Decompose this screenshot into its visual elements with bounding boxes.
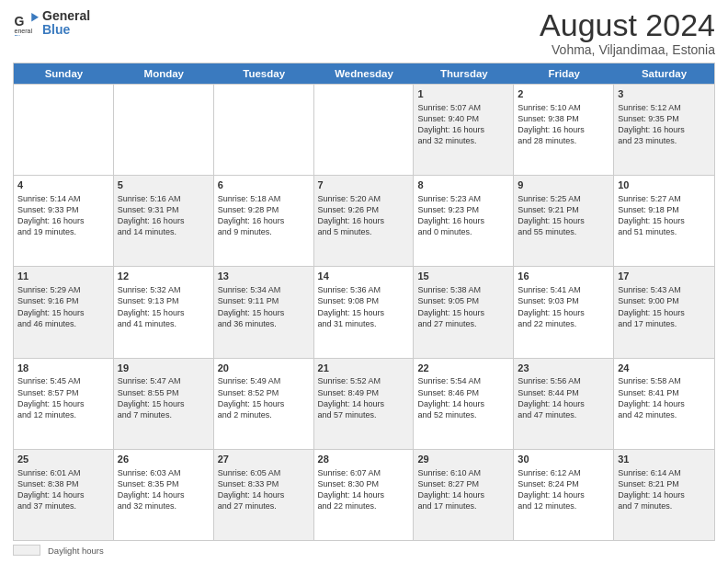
day-number: 2 bbox=[518, 87, 609, 101]
svg-text:Blue: Blue bbox=[15, 34, 28, 36]
cell-text: Sunrise: 5:58 AM Sunset: 8:41 PM Dayligh… bbox=[618, 375, 711, 420]
cal-cell: 24Sunrise: 5:58 AM Sunset: 8:41 PM Dayli… bbox=[614, 359, 714, 449]
cal-row-1: 4Sunrise: 5:14 AM Sunset: 9:33 PM Daylig… bbox=[14, 175, 714, 266]
month-title: August 2024 bbox=[540, 9, 715, 40]
cal-cell: 25Sunrise: 6:01 AM Sunset: 8:38 PM Dayli… bbox=[14, 450, 114, 540]
cell-text: Sunrise: 5:36 AM Sunset: 9:08 PM Dayligh… bbox=[318, 284, 410, 329]
cal-cell: 3Sunrise: 5:12 AM Sunset: 9:35 PM Daylig… bbox=[614, 85, 714, 175]
cell-text: Sunrise: 6:01 AM Sunset: 8:38 PM Dayligh… bbox=[17, 467, 109, 512]
cell-text: Sunrise: 5:10 AM Sunset: 9:38 PM Dayligh… bbox=[518, 102, 609, 147]
calendar-body: 1Sunrise: 5:07 AM Sunset: 9:40 PM Daylig… bbox=[14, 84, 714, 540]
cal-row-0: 1Sunrise: 5:07 AM Sunset: 9:40 PM Daylig… bbox=[14, 84, 714, 175]
day-number: 31 bbox=[618, 453, 711, 466]
cell-text: Sunrise: 6:03 AM Sunset: 8:35 PM Dayligh… bbox=[118, 467, 210, 512]
weekday-header-saturday: Saturday bbox=[614, 63, 714, 84]
cell-text: Sunrise: 5:23 AM Sunset: 9:23 PM Dayligh… bbox=[417, 193, 509, 238]
cal-cell: 28Sunrise: 6:07 AM Sunset: 8:30 PM Dayli… bbox=[314, 450, 415, 540]
cal-cell: 13Sunrise: 5:34 AM Sunset: 9:11 PM Dayli… bbox=[214, 267, 314, 357]
cell-text: Sunrise: 5:45 AM Sunset: 8:57 PM Dayligh… bbox=[17, 375, 109, 420]
cell-text: Sunrise: 5:12 AM Sunset: 9:35 PM Dayligh… bbox=[618, 102, 711, 147]
weekday-header-monday: Monday bbox=[114, 63, 214, 84]
cal-cell: 22Sunrise: 5:54 AM Sunset: 8:46 PM Dayli… bbox=[414, 359, 514, 449]
cell-text: Sunrise: 5:25 AM Sunset: 9:21 PM Dayligh… bbox=[518, 193, 609, 238]
day-number: 17 bbox=[618, 270, 711, 283]
day-number: 27 bbox=[218, 453, 310, 466]
cell-text: Sunrise: 5:47 AM Sunset: 8:55 PM Dayligh… bbox=[118, 375, 210, 420]
cell-text: Sunrise: 6:10 AM Sunset: 8:27 PM Dayligh… bbox=[417, 467, 509, 512]
day-number: 14 bbox=[318, 270, 410, 283]
day-number: 4 bbox=[17, 178, 109, 192]
day-number: 3 bbox=[618, 87, 711, 101]
logo-icon: G eneral Blue bbox=[13, 10, 39, 36]
cal-cell: 27Sunrise: 6:05 AM Sunset: 8:33 PM Dayli… bbox=[214, 450, 314, 540]
cal-cell: 30Sunrise: 6:12 AM Sunset: 8:24 PM Dayli… bbox=[514, 450, 614, 540]
cal-cell: 8Sunrise: 5:23 AM Sunset: 9:23 PM Daylig… bbox=[414, 176, 514, 266]
cal-cell: 9Sunrise: 5:25 AM Sunset: 9:21 PM Daylig… bbox=[514, 176, 614, 266]
header-right: August 2024 Vohma, Viljandimaa, Estonia bbox=[540, 9, 715, 57]
cal-cell: 29Sunrise: 6:10 AM Sunset: 8:27 PM Dayli… bbox=[414, 450, 514, 540]
cell-text: Sunrise: 5:14 AM Sunset: 9:33 PM Dayligh… bbox=[17, 193, 109, 238]
day-number: 12 bbox=[118, 270, 210, 283]
cell-text: Sunrise: 5:18 AM Sunset: 9:28 PM Dayligh… bbox=[218, 193, 310, 238]
cal-cell: 11Sunrise: 5:29 AM Sunset: 9:16 PM Dayli… bbox=[14, 267, 114, 357]
day-number: 7 bbox=[318, 178, 410, 192]
cal-cell: 31Sunrise: 6:14 AM Sunset: 8:21 PM Dayli… bbox=[614, 450, 714, 540]
logo-line1: General bbox=[42, 9, 90, 23]
cal-cell: 18Sunrise: 5:45 AM Sunset: 8:57 PM Dayli… bbox=[14, 359, 114, 449]
svg-text:eneral: eneral bbox=[15, 28, 33, 34]
day-number: 28 bbox=[318, 453, 410, 466]
top-section: G eneral Blue General Blue August 2024 V… bbox=[13, 9, 715, 57]
logo-line2: Blue bbox=[42, 23, 90, 37]
day-number: 6 bbox=[218, 178, 310, 192]
cal-row-3: 18Sunrise: 5:45 AM Sunset: 8:57 PM Dayli… bbox=[14, 358, 714, 449]
cal-cell: 2Sunrise: 5:10 AM Sunset: 9:38 PM Daylig… bbox=[514, 85, 614, 175]
day-number: 19 bbox=[118, 362, 210, 375]
day-number: 16 bbox=[518, 270, 609, 283]
cell-text: Sunrise: 5:52 AM Sunset: 8:49 PM Dayligh… bbox=[318, 375, 410, 420]
cal-cell bbox=[14, 85, 114, 175]
svg-text:G: G bbox=[15, 15, 25, 29]
weekday-header-tuesday: Tuesday bbox=[214, 63, 314, 84]
day-number: 13 bbox=[218, 270, 310, 283]
cell-text: Sunrise: 5:07 AM Sunset: 9:40 PM Dayligh… bbox=[417, 102, 509, 147]
location-title: Vohma, Viljandimaa, Estonia bbox=[540, 42, 715, 57]
day-number: 21 bbox=[318, 362, 410, 375]
cal-cell: 20Sunrise: 5:49 AM Sunset: 8:52 PM Dayli… bbox=[214, 359, 314, 449]
weekday-header-wednesday: Wednesday bbox=[314, 63, 415, 84]
page: G eneral Blue General Blue August 2024 V… bbox=[0, 0, 728, 563]
calendar: SundayMondayTuesdayWednesdayThursdayFrid… bbox=[13, 63, 715, 541]
cell-text: Sunrise: 5:29 AM Sunset: 9:16 PM Dayligh… bbox=[17, 284, 109, 329]
cal-cell: 19Sunrise: 5:47 AM Sunset: 8:55 PM Dayli… bbox=[114, 359, 214, 449]
day-number: 22 bbox=[417, 362, 509, 375]
cal-cell: 15Sunrise: 5:38 AM Sunset: 9:05 PM Dayli… bbox=[414, 267, 514, 357]
cell-text: Sunrise: 6:05 AM Sunset: 8:33 PM Dayligh… bbox=[218, 467, 310, 512]
cal-cell: 14Sunrise: 5:36 AM Sunset: 9:08 PM Dayli… bbox=[314, 267, 415, 357]
logo: G eneral Blue General Blue bbox=[13, 9, 90, 38]
cell-text: Sunrise: 5:56 AM Sunset: 8:44 PM Dayligh… bbox=[518, 375, 609, 420]
day-number: 8 bbox=[417, 178, 509, 192]
cal-cell: 6Sunrise: 5:18 AM Sunset: 9:28 PM Daylig… bbox=[214, 176, 314, 266]
day-number: 18 bbox=[17, 362, 109, 375]
weekday-header-sunday: Sunday bbox=[14, 63, 114, 84]
daylight-swatch bbox=[13, 545, 40, 556]
cal-cell bbox=[114, 85, 214, 175]
cal-cell: 4Sunrise: 5:14 AM Sunset: 9:33 PM Daylig… bbox=[14, 176, 114, 266]
cell-text: Sunrise: 5:54 AM Sunset: 8:46 PM Dayligh… bbox=[417, 375, 509, 420]
cal-cell bbox=[314, 85, 415, 175]
day-number: 23 bbox=[518, 362, 609, 375]
cell-text: Sunrise: 5:16 AM Sunset: 9:31 PM Dayligh… bbox=[118, 193, 210, 238]
day-number: 24 bbox=[618, 362, 711, 375]
cal-cell: 12Sunrise: 5:32 AM Sunset: 9:13 PM Dayli… bbox=[114, 267, 214, 357]
footer: Daylight hours bbox=[13, 545, 715, 556]
cell-text: Sunrise: 5:27 AM Sunset: 9:18 PM Dayligh… bbox=[618, 193, 711, 238]
day-number: 11 bbox=[17, 270, 109, 283]
cal-row-2: 11Sunrise: 5:29 AM Sunset: 9:16 PM Dayli… bbox=[14, 266, 714, 357]
cell-text: Sunrise: 5:41 AM Sunset: 9:03 PM Dayligh… bbox=[518, 284, 609, 329]
day-number: 30 bbox=[518, 453, 609, 466]
cell-text: Sunrise: 5:32 AM Sunset: 9:13 PM Dayligh… bbox=[118, 284, 210, 329]
day-number: 10 bbox=[618, 178, 711, 192]
cal-row-4: 25Sunrise: 6:01 AM Sunset: 8:38 PM Dayli… bbox=[14, 449, 714, 540]
weekday-header-friday: Friday bbox=[514, 63, 614, 84]
cal-cell bbox=[214, 85, 314, 175]
cal-cell: 7Sunrise: 5:20 AM Sunset: 9:26 PM Daylig… bbox=[314, 176, 415, 266]
